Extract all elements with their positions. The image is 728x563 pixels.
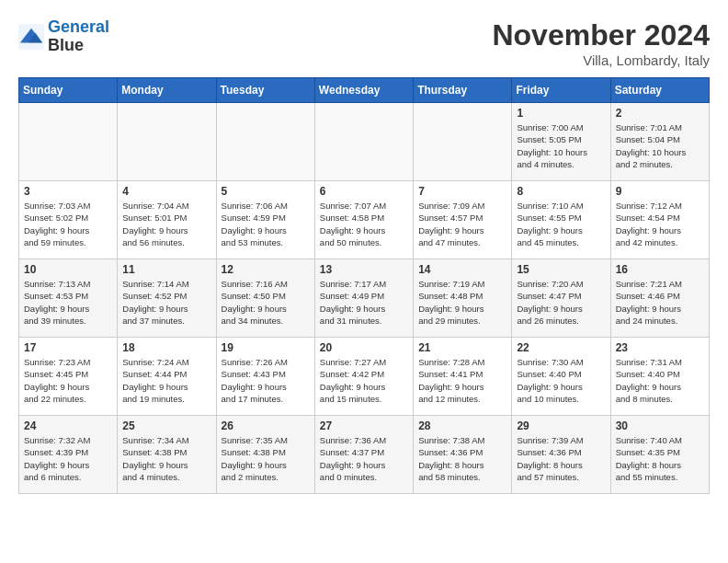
calendar-week-row: 10Sunrise: 7:13 AM Sunset: 4:53 PM Dayli…	[19, 259, 710, 338]
day-of-week-header: Wednesday	[314, 78, 413, 103]
calendar-day-cell: 17Sunrise: 7:23 AM Sunset: 4:45 PM Dayli…	[19, 338, 118, 416]
calendar-table: SundayMondayTuesdayWednesdayThursdayFrid…	[18, 77, 710, 494]
calendar-day-cell	[414, 103, 512, 181]
calendar-day-cell: 20Sunrise: 7:27 AM Sunset: 4:42 PM Dayli…	[314, 338, 413, 416]
day-of-week-header: Tuesday	[216, 78, 314, 103]
logo-icon	[18, 24, 44, 50]
day-of-week-header: Friday	[512, 78, 610, 103]
calendar-day-cell: 10Sunrise: 7:13 AM Sunset: 4:53 PM Dayli…	[19, 259, 118, 338]
day-info: Sunrise: 7:28 AM Sunset: 4:41 PM Dayligh…	[418, 356, 506, 405]
day-info: Sunrise: 7:35 AM Sunset: 4:38 PM Dayligh…	[222, 434, 310, 483]
day-info: Sunrise: 7:39 AM Sunset: 4:36 PM Dayligh…	[517, 434, 605, 483]
day-of-week-header: Thursday	[414, 78, 512, 103]
day-number: 24	[24, 419, 112, 432]
day-info: Sunrise: 7:30 AM Sunset: 4:40 PM Dayligh…	[517, 356, 605, 405]
day-number: 25	[122, 419, 210, 432]
day-number: 9	[616, 185, 704, 198]
calendar-day-cell: 29Sunrise: 7:39 AM Sunset: 4:36 PM Dayli…	[512, 416, 610, 494]
day-number: 12	[222, 263, 310, 276]
day-number: 10	[24, 263, 112, 276]
page-header: GeneralBlue November 2024 Villa, Lombard…	[18, 18, 710, 68]
day-number: 11	[122, 263, 210, 276]
day-info: Sunrise: 7:17 AM Sunset: 4:49 PM Dayligh…	[320, 278, 408, 327]
day-info: Sunrise: 7:03 AM Sunset: 5:02 PM Dayligh…	[24, 200, 112, 248]
calendar-day-cell: 16Sunrise: 7:21 AM Sunset: 4:46 PM Dayli…	[610, 259, 709, 338]
day-number: 19	[222, 341, 310, 354]
day-info: Sunrise: 7:27 AM Sunset: 4:42 PM Dayligh…	[320, 356, 408, 405]
day-info: Sunrise: 7:32 AM Sunset: 4:39 PM Dayligh…	[24, 434, 112, 483]
day-info: Sunrise: 7:04 AM Sunset: 5:01 PM Dayligh…	[122, 200, 210, 248]
day-of-week-header: Saturday	[610, 78, 709, 103]
calendar-day-cell: 28Sunrise: 7:38 AM Sunset: 4:36 PM Dayli…	[414, 416, 512, 494]
day-number: 18	[122, 341, 210, 354]
day-info: Sunrise: 7:12 AM Sunset: 4:54 PM Dayligh…	[616, 200, 704, 248]
day-number: 27	[320, 419, 408, 432]
logo-text: GeneralBlue	[48, 18, 109, 55]
calendar-day-cell: 9Sunrise: 7:12 AM Sunset: 4:54 PM Daylig…	[610, 181, 709, 259]
location: Villa, Lombardy, Italy	[492, 52, 710, 68]
calendar-day-cell: 25Sunrise: 7:34 AM Sunset: 4:38 PM Dayli…	[118, 416, 216, 494]
calendar-day-cell	[314, 103, 413, 181]
day-number: 29	[517, 419, 605, 432]
calendar-header-row: SundayMondayTuesdayWednesdayThursdayFrid…	[19, 78, 710, 103]
calendar-day-cell	[216, 103, 314, 181]
day-number: 30	[616, 419, 704, 432]
calendar-day-cell: 5Sunrise: 7:06 AM Sunset: 4:59 PM Daylig…	[216, 181, 314, 259]
day-info: Sunrise: 7:07 AM Sunset: 4:58 PM Dayligh…	[320, 200, 408, 248]
calendar-week-row: 1Sunrise: 7:00 AM Sunset: 5:05 PM Daylig…	[19, 103, 710, 181]
day-info: Sunrise: 7:10 AM Sunset: 4:55 PM Dayligh…	[517, 200, 605, 248]
day-number: 22	[517, 341, 605, 354]
calendar-day-cell: 7Sunrise: 7:09 AM Sunset: 4:57 PM Daylig…	[414, 181, 512, 259]
calendar-day-cell: 21Sunrise: 7:28 AM Sunset: 4:41 PM Dayli…	[414, 338, 512, 416]
calendar-day-cell: 2Sunrise: 7:01 AM Sunset: 5:04 PM Daylig…	[610, 103, 709, 181]
day-number: 21	[418, 341, 506, 354]
calendar-day-cell: 19Sunrise: 7:26 AM Sunset: 4:43 PM Dayli…	[216, 338, 314, 416]
calendar-day-cell: 8Sunrise: 7:10 AM Sunset: 4:55 PM Daylig…	[512, 181, 610, 259]
calendar-day-cell: 26Sunrise: 7:35 AM Sunset: 4:38 PM Dayli…	[216, 416, 314, 494]
day-info: Sunrise: 7:01 AM Sunset: 5:04 PM Dayligh…	[616, 121, 704, 170]
calendar-day-cell: 13Sunrise: 7:17 AM Sunset: 4:49 PM Dayli…	[314, 259, 413, 338]
day-number: 16	[616, 263, 704, 276]
day-number: 20	[320, 341, 408, 354]
day-info: Sunrise: 7:06 AM Sunset: 4:59 PM Dayligh…	[222, 200, 310, 248]
day-number: 15	[517, 263, 605, 276]
day-info: Sunrise: 7:13 AM Sunset: 4:53 PM Dayligh…	[24, 278, 112, 327]
day-number: 13	[320, 263, 408, 276]
day-of-week-header: Monday	[118, 78, 216, 103]
day-number: 4	[122, 185, 210, 198]
day-number: 17	[24, 341, 112, 354]
day-number: 7	[418, 185, 506, 198]
day-number: 5	[222, 185, 310, 198]
calendar-day-cell	[118, 103, 216, 181]
title-block: November 2024 Villa, Lombardy, Italy	[492, 18, 710, 68]
day-number: 2	[616, 107, 704, 120]
calendar-day-cell: 30Sunrise: 7:40 AM Sunset: 4:35 PM Dayli…	[610, 416, 709, 494]
day-info: Sunrise: 7:16 AM Sunset: 4:50 PM Dayligh…	[222, 278, 310, 327]
calendar-week-row: 24Sunrise: 7:32 AM Sunset: 4:39 PM Dayli…	[19, 416, 710, 494]
day-number: 1	[517, 107, 605, 120]
day-info: Sunrise: 7:00 AM Sunset: 5:05 PM Dayligh…	[517, 121, 605, 170]
logo: GeneralBlue	[18, 18, 109, 55]
day-info: Sunrise: 7:36 AM Sunset: 4:37 PM Dayligh…	[320, 434, 408, 483]
day-number: 3	[24, 185, 112, 198]
day-info: Sunrise: 7:09 AM Sunset: 4:57 PM Dayligh…	[418, 200, 506, 248]
calendar-day-cell: 14Sunrise: 7:19 AM Sunset: 4:48 PM Dayli…	[414, 259, 512, 338]
calendar-day-cell: 15Sunrise: 7:20 AM Sunset: 4:47 PM Dayli…	[512, 259, 610, 338]
day-info: Sunrise: 7:40 AM Sunset: 4:35 PM Dayligh…	[616, 434, 704, 483]
day-number: 6	[320, 185, 408, 198]
calendar-week-row: 3Sunrise: 7:03 AM Sunset: 5:02 PM Daylig…	[19, 181, 710, 259]
calendar-day-cell: 23Sunrise: 7:31 AM Sunset: 4:40 PM Dayli…	[610, 338, 709, 416]
calendar-day-cell: 22Sunrise: 7:30 AM Sunset: 4:40 PM Dayli…	[512, 338, 610, 416]
day-of-week-header: Sunday	[19, 78, 118, 103]
day-number: 14	[418, 263, 506, 276]
calendar-day-cell: 27Sunrise: 7:36 AM Sunset: 4:37 PM Dayli…	[314, 416, 413, 494]
calendar-day-cell: 4Sunrise: 7:04 AM Sunset: 5:01 PM Daylig…	[118, 181, 216, 259]
calendar-day-cell: 12Sunrise: 7:16 AM Sunset: 4:50 PM Dayli…	[216, 259, 314, 338]
calendar-day-cell: 11Sunrise: 7:14 AM Sunset: 4:52 PM Dayli…	[118, 259, 216, 338]
day-info: Sunrise: 7:38 AM Sunset: 4:36 PM Dayligh…	[418, 434, 506, 483]
day-info: Sunrise: 7:23 AM Sunset: 4:45 PM Dayligh…	[24, 356, 112, 405]
day-number: 28	[418, 419, 506, 432]
day-info: Sunrise: 7:31 AM Sunset: 4:40 PM Dayligh…	[616, 356, 704, 405]
calendar-day-cell: 24Sunrise: 7:32 AM Sunset: 4:39 PM Dayli…	[19, 416, 118, 494]
day-info: Sunrise: 7:19 AM Sunset: 4:48 PM Dayligh…	[418, 278, 506, 327]
